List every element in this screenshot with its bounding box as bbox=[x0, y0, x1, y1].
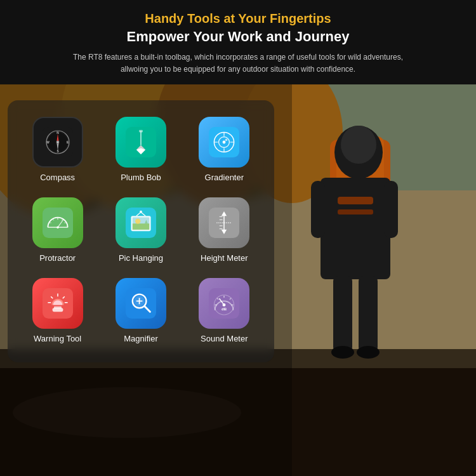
magnifier-label: Magnifier bbox=[124, 334, 157, 343]
svg-text:W: W bbox=[46, 141, 50, 144]
svg-point-77 bbox=[140, 211, 142, 213]
tool-plumb-bob[interactable]: Plumb Bob bbox=[102, 112, 179, 187]
protractor-label: Protractor bbox=[39, 253, 76, 263]
compass-label: Compass bbox=[40, 173, 75, 182]
warning-tool-label: Warning Tool bbox=[34, 334, 81, 343]
pic-hanging-label: Pic Hanging bbox=[119, 253, 163, 263]
pic-hanging-icon bbox=[116, 197, 166, 248]
tool-warning[interactable]: Warning Tool bbox=[19, 273, 96, 348]
svg-point-41 bbox=[56, 142, 58, 143]
tool-gradienter[interactable]: Gradienter bbox=[186, 112, 263, 187]
compass-icon: N S W E bbox=[32, 117, 83, 168]
tool-compass[interactable]: N S W E bbox=[19, 112, 96, 187]
sound-meter-label: Sound Meter bbox=[201, 334, 248, 343]
tool-height-meter[interactable]: Height Meter bbox=[186, 192, 263, 268]
page-wrapper: Handy Tools at Your Fingertips Empower Y… bbox=[0, 0, 476, 476]
svg-point-73 bbox=[135, 218, 140, 223]
header-title: Empower Your Work and Journey bbox=[25, 29, 451, 45]
svg-point-28 bbox=[357, 346, 380, 359]
plumb-icon bbox=[116, 117, 166, 168]
tool-pic-hanging[interactable]: Pic Hanging bbox=[102, 192, 179, 268]
svg-rect-29 bbox=[338, 197, 373, 204]
svg-point-109 bbox=[223, 303, 226, 307]
header-section: Handy Tools at Your Fingertips Empower Y… bbox=[0, 0, 476, 84]
magnifier-icon bbox=[116, 278, 166, 329]
svg-point-27 bbox=[331, 346, 354, 359]
plumb-bob-label: Plumb Bob bbox=[121, 173, 161, 182]
svg-text:dB: dB bbox=[221, 307, 227, 311]
height-meter-label: Height Meter bbox=[201, 253, 248, 263]
svg-point-24 bbox=[341, 126, 376, 164]
svg-point-54 bbox=[223, 141, 226, 144]
svg-rect-30 bbox=[338, 209, 373, 215]
sound-meter-icon: dB bbox=[199, 278, 249, 329]
tool-sound-meter[interactable]: dB Sound Meter bbox=[186, 273, 263, 348]
tools-grid: N S W E bbox=[19, 112, 263, 348]
protractor-icon bbox=[32, 197, 83, 248]
header-description: The RT8 features a built-in toolbag, whi… bbox=[60, 51, 416, 76]
svg-point-59 bbox=[225, 139, 228, 142]
svg-rect-22 bbox=[384, 181, 398, 238]
tool-protractor[interactable]: Protractor bbox=[19, 192, 96, 268]
svg-rect-21 bbox=[311, 181, 325, 238]
gradienter-label: Gradienter bbox=[205, 173, 244, 182]
svg-rect-25 bbox=[333, 276, 352, 352]
tools-panel: N S W E bbox=[8, 100, 274, 362]
height-meter-icon bbox=[199, 197, 249, 248]
svg-rect-26 bbox=[359, 276, 378, 352]
gradienter-icon bbox=[199, 117, 249, 168]
warning-tool-icon bbox=[32, 278, 83, 329]
svg-rect-60 bbox=[43, 208, 73, 238]
svg-rect-20 bbox=[321, 178, 390, 279]
header-subtitle: Handy Tools at Your Fingertips bbox=[25, 11, 451, 26]
tool-magnifier[interactable]: Magnifier bbox=[102, 273, 179, 348]
svg-rect-72 bbox=[133, 223, 149, 230]
svg-rect-89 bbox=[54, 307, 62, 309]
svg-rect-50 bbox=[139, 130, 143, 133]
